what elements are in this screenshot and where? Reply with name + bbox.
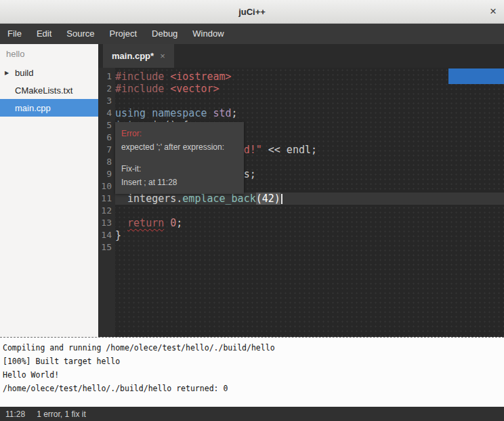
code-line-13[interactable]: 13 return 0; [98,217,504,229]
text-cursor [281,194,282,204]
line-number: 11 [98,193,115,205]
line-number: 6 [98,132,115,144]
code-token: << endl; [262,144,317,156]
window-close-button[interactable]: × [490,0,497,23]
line-number: 5 [98,119,115,132]
code-line-text [115,95,504,107]
code-line-15[interactable]: 15 [98,241,504,254]
tree-item-build[interactable]: ▶build [0,64,98,81]
code-token [115,217,127,229]
code-line-2[interactable]: 2#include <vector> [98,83,504,95]
code-token: } [115,229,121,241]
code-token: ; [176,217,182,229]
cursor-position: 11:28 [5,409,25,419]
line-number: 9 [98,168,115,180]
menu-file[interactable]: File [0,24,29,44]
line-number: 14 [98,229,115,241]
code-token: ; [232,107,238,119]
code-token: ) [274,193,280,205]
line-number: 13 [98,217,115,229]
menu-window[interactable]: Window [185,24,231,44]
editor-column: main.cpp* × 1#include <iostream>2#includ… [98,44,504,337]
code-token: 42 [262,193,274,205]
code-editor[interactable]: 1#include <iostream>2#include <vector>34… [98,68,504,337]
app-window: juCi++ × FileEditSourceProjectDebugWindo… [0,0,504,421]
code-token: std [213,107,232,119]
tooltip-error-label: Error: [121,127,238,140]
line-number: 15 [98,241,115,254]
tabbar: main.cpp* × [98,44,504,68]
code-line-text [115,241,504,254]
output-line: Compiling and running /home/olece/test/h… [3,341,501,355]
code-line-text: #include <vector> [115,83,504,95]
code-token: emplace_back [182,193,255,205]
tree-item-label: build [15,68,33,78]
code-line-3[interactable]: 3 [98,95,504,107]
code-token: ( [256,193,262,205]
code-line-text [115,205,504,217]
diagnostics-summary: 1 error, 1 fix it [37,409,86,419]
code-line-text: using namespace std; [115,107,504,119]
expander-icon[interactable]: ▶ [5,70,9,76]
code-line-text: return 0; [115,217,504,229]
titlebar: juCi++ × [0,0,504,24]
code-token: <iostream> [170,71,231,83]
line-number: 2 [98,83,115,95]
menu-edit[interactable]: Edit [29,24,59,44]
tree-item-label: main.cpp [15,103,51,113]
diagnostic-tooltip: Error: expected ';' after expression: Fi… [115,122,244,194]
line-number: 7 [98,144,115,156]
line-number: 12 [98,205,115,217]
menubar: FileEditSourceProjectDebugWindow [0,24,504,44]
code-line-text: #include <iostream> [115,71,504,83]
tab-main-cpp[interactable]: main.cpp* × [103,44,174,68]
code-token [164,217,170,229]
output-line: Hello World! [3,368,501,382]
tab-close-icon[interactable]: × [160,51,165,61]
scrollbar-indicator[interactable] [448,68,504,84]
code-line-text: } [115,229,504,241]
tree-item-cmakelists-txt[interactable]: CMakeLists.txt [0,81,98,99]
main-area: hello ▶buildCMakeLists.txtmain.cpp main.… [0,44,504,337]
tooltip-error-text: expected ';' after expression: [121,140,238,154]
menu-project[interactable]: Project [102,24,144,44]
code-token: integers. [115,193,182,205]
output-line: /home/olece/test/hello/./build/hello ret… [3,382,501,395]
tab-label: main.cpp* [112,51,154,61]
line-number: 4 [98,107,115,119]
statusbar: 11:28 1 error, 1 fix it [0,407,504,421]
tooltip-fixit-text: Insert ; at 11:28 [121,176,238,189]
line-number: 8 [98,156,115,168]
code-token: #include [115,83,170,95]
menu-debug[interactable]: Debug [144,24,185,44]
project-name-label: hello [0,44,98,64]
code-line-1[interactable]: 1#include <iostream> [98,71,504,83]
line-number: 3 [98,95,115,107]
file-tree: ▶buildCMakeLists.txtmain.cpp [0,64,98,117]
code-token: 0 [170,217,176,229]
code-token: using namespace [115,107,213,119]
code-line-11[interactable]: 11 integers.emplace_back(42) [98,193,504,205]
code-token: <vector> [170,83,219,95]
code-line-12[interactable]: 12 [98,205,504,217]
tree-item-main-cpp[interactable]: main.cpp [0,99,98,117]
line-number: 1 [98,71,115,83]
tooltip-spacer [121,154,238,162]
code-token: return [127,217,164,229]
code-line-14[interactable]: 14} [98,229,504,241]
window-title: juCi++ [0,7,504,17]
line-number: 10 [98,180,115,193]
tree-item-label: CMakeLists.txt [15,85,72,96]
build-output-panel[interactable]: Compiling and running /home/olece/test/h… [0,337,504,407]
tooltip-fixit-label: Fix-it: [121,162,238,176]
code-token: #include [115,71,170,83]
file-tree-panel: hello ▶buildCMakeLists.txtmain.cpp [0,44,98,337]
menu-source[interactable]: Source [59,24,102,44]
code-line-text: integers.emplace_back(42) [115,193,504,205]
code-line-4[interactable]: 4using namespace std; [98,107,504,119]
output-line: [100%] Built target hello [3,355,501,368]
